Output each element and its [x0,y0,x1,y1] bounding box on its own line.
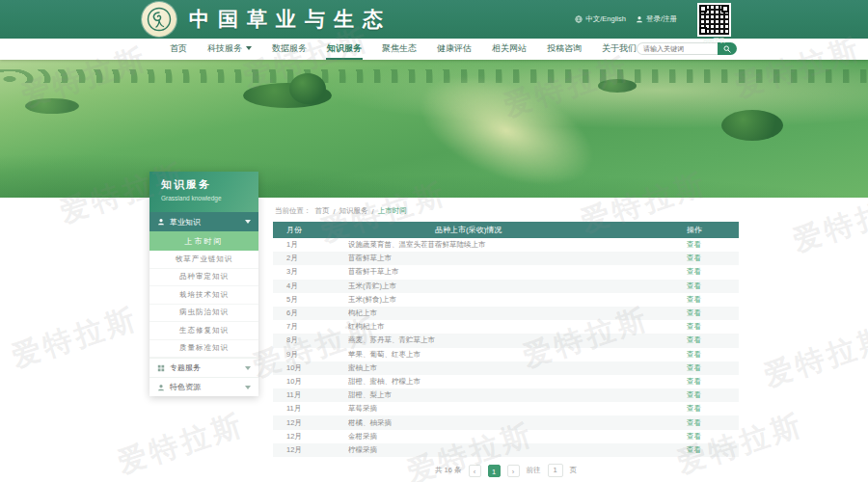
view-link[interactable]: 查看 [687,390,701,399]
login-register[interactable]: 登录/注册 [636,14,677,24]
language-switch[interactable]: 中文/English [575,14,626,24]
view-link[interactable]: 查看 [687,418,701,427]
nav-item-5[interactable]: 聚焦生态 [381,39,418,60]
cell-action: 查看 [683,240,739,250]
breadcrumb: 当前位置： 首页 / 知识服务 / 上市时间 [273,198,739,222]
view-link[interactable]: 查看 [687,240,701,249]
view-link[interactable]: 查看 [687,363,701,372]
cell-month: 6月 [273,308,348,318]
qr-marker [699,5,707,13]
site-logo[interactable] [142,2,176,37]
nav-item-label: 健康评估 [437,42,472,55]
sidebar-header: 知识服务 Grassland knowledge [149,172,258,212]
nav-item-4[interactable]: 知识服务 [326,39,363,60]
sidebar-item-special-service[interactable]: 专题服务 [149,358,258,377]
table-row: 10月甜橙、蜜柚、柠檬上市查看 [273,375,739,388]
view-link[interactable]: 查看 [687,335,701,344]
view-link[interactable]: 查看 [687,295,701,304]
cell-variety-desc: 枸杞上市 [348,308,683,318]
pagination-page-1[interactable]: 1 [488,465,501,477]
sidebar-subitem-1[interactable]: 牧草产业链知识 [149,251,258,269]
sidebar-subtitle: Grassland knowledge [161,195,258,201]
view-link[interactable]: 查看 [687,322,701,331]
view-link[interactable]: 查看 [687,404,701,413]
table-row: 12月金柑采摘查看 [273,430,739,443]
nav-item-6[interactable]: 健康评估 [436,39,473,60]
sidebar-item-featured-resources[interactable]: 特色资源 [149,377,258,396]
view-link[interactable]: 查看 [687,254,701,262]
cell-month: 12月 [273,432,348,442]
cell-month: 12月 [273,445,348,455]
view-link[interactable]: 查看 [687,281,701,290]
nav-item-8[interactable]: 投稿咨询 [546,39,583,60]
cell-month: 8月 [273,335,348,345]
sidebar-subitem-2[interactable]: 品种审定知识 [149,269,258,287]
table-row: 8月燕麦、苏丹草、青贮草上市查看 [273,334,739,347]
cell-action: 查看 [683,322,739,332]
pagination-next-button[interactable]: › [507,465,520,477]
user-icon [157,218,165,226]
column-header-action: 操作 [683,225,739,235]
sidebar-subitem-active[interactable]: 上市时间 [149,231,258,251]
nav-item-label: 知识服务 [327,42,362,55]
nav-item-label: 投稿咨询 [547,42,582,55]
site-header: 中国草业与生态 中文/English 登录/注册 App下载 [0,0,868,39]
table-row: 3月苜蓿鲜干草上市查看 [273,265,739,279]
cell-month: 5月 [273,295,348,305]
nav-item-3[interactable]: 数据服务 [271,39,308,60]
table-row: 11月草莓采摘查看 [273,402,739,415]
pagination-prev-button[interactable]: ‹ [469,465,481,477]
sidebar-subitem-5[interactable]: 生态修复知识 [149,322,258,340]
cell-action: 查看 [683,350,739,360]
cell-action: 查看 [683,418,739,428]
globe-icon [575,15,583,23]
view-link[interactable]: 查看 [687,445,701,454]
cell-action: 查看 [683,390,739,400]
cell-variety-desc: 甜橙、蜜柚、柠檬上市 [348,377,683,387]
sidebar-subitem-4[interactable]: 病虫防治知识 [149,305,258,323]
view-link[interactable]: 查看 [687,377,701,386]
cell-variety-desc: 金柑采摘 [348,432,683,442]
cell-month: 11月 [273,390,348,400]
pagination-goto-input[interactable]: 1 [548,464,563,477]
breadcrumb-separator: / [372,207,374,216]
pagination-goto-prefix: 前往 [527,466,541,475]
grid-icon [157,364,165,372]
breadcrumb-section[interactable]: 知识服务 [339,206,368,216]
site-title: 中国草业与生态 [189,6,392,33]
breadcrumb-home[interactable]: 首页 [315,206,330,216]
cell-variety-desc: 玉米(鲜食)上市 [348,295,683,305]
cell-month: 10月 [273,377,348,387]
cell-action: 查看 [683,377,739,387]
nav-item-2[interactable]: 科技服务 [206,39,253,60]
cell-action: 查看 [683,432,739,442]
cell-variety-desc: 草莓采摘 [348,404,683,414]
table-row: 12月柑橘、柚采摘查看 [273,415,739,429]
main-navbar: 首页科技服务数据服务知识服务聚焦生态健康评估相关网站投稿咨询关于我们 [0,39,868,60]
qr-caption: App下载 [697,37,731,45]
cell-variety-desc: 甜橙、梨上市 [348,390,683,400]
ram-logo-icon [147,7,172,32]
sidebar-subitem-6[interactable]: 质量标准知识 [149,340,258,359]
view-link[interactable]: 查看 [687,350,701,359]
view-link[interactable]: 查看 [687,432,701,441]
cell-month: 9月 [273,350,348,360]
table-row: 4月玉米(青贮)上市查看 [273,280,739,293]
banner-trees [721,110,783,141]
nav-item-label: 科技服务 [207,42,242,55]
view-link[interactable]: 查看 [687,267,701,276]
view-link[interactable]: 查看 [687,308,701,317]
nav-item-7[interactable]: 相关网站 [491,39,528,60]
nav-item-1[interactable]: 首页 [169,39,188,60]
cell-variety-desc: 柠檬采摘 [348,445,683,455]
cell-variety-desc: 设施蔬菜育苗、温室头茬苜蓿鲜草陆续上市 [348,240,683,250]
column-header-month: 月份 [273,225,348,235]
cell-month: 4月 [273,281,348,291]
pagination-total: 共 16 条 [435,466,462,475]
sidebar-item-label: 专题服务 [170,362,240,373]
sidebar-subitem-3[interactable]: 栽培技术知识 [149,286,258,305]
sidebar-item-grass-knowledge[interactable]: 草业知识 [149,212,258,231]
table-header: 月份 品种上市(采收)情况 操作 [273,222,739,238]
nav-item-9[interactable]: 关于我们 [601,39,637,60]
table-row: 11月甜橙、梨上市查看 [273,388,739,402]
